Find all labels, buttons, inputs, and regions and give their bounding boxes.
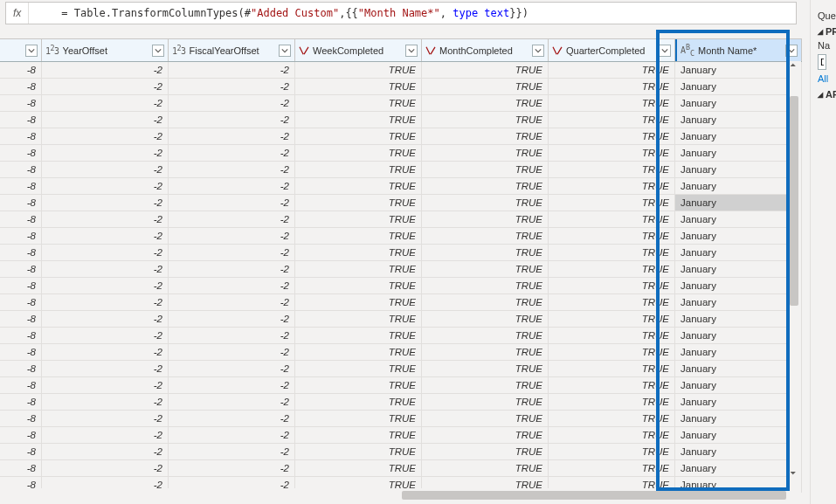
cell-month-completed[interactable]: TRUE <box>422 228 549 244</box>
cell-month-name[interactable]: January <box>675 427 802 443</box>
cell-week-completed[interactable]: TRUE <box>295 261 422 277</box>
cell-month-name[interactable]: January <box>675 328 802 343</box>
cell-week-completed[interactable]: TRUE <box>295 95 422 111</box>
header-month-completed[interactable]: MonthCompleted <box>422 39 549 61</box>
cell-month-completed[interactable]: TRUE <box>422 361 549 376</box>
cell-month-name[interactable]: January <box>675 245 802 260</box>
table-row[interactable]: -8-2-2TRUETRUETRUEJanuary <box>0 411 802 427</box>
cell-month-completed[interactable]: TRUE <box>422 261 549 277</box>
cell-quarter-completed[interactable]: TRUE <box>549 311 675 327</box>
cell-year-offset[interactable]: -2 <box>42 79 169 94</box>
cell-fiscal-year-offset[interactable]: -2 <box>169 245 295 260</box>
cell-fiscal-year-offset[interactable]: -2 <box>169 178 295 194</box>
cell-week-completed[interactable]: TRUE <box>295 427 422 443</box>
cell-month-completed[interactable]: TRUE <box>422 411 549 426</box>
cell-month-name[interactable]: January <box>675 444 802 459</box>
chevron-down-icon[interactable] <box>279 45 291 57</box>
cell-week-completed[interactable]: TRUE <box>295 195 422 211</box>
cell-quarter-completed[interactable]: TRUE <box>549 377 675 393</box>
cell-month-name[interactable]: January <box>675 162 802 177</box>
cell-year-offset[interactable]: -2 <box>42 361 169 376</box>
cell-month-completed[interactable]: TRUE <box>422 444 549 459</box>
cell-quarter-completed[interactable]: TRUE <box>549 344 675 360</box>
cell-quarter-completed[interactable]: TRUE <box>549 145 675 161</box>
table-row[interactable]: -8-2-2TRUETRUETRUEJanuary <box>0 228 802 245</box>
applied-steps-head[interactable]: ◢AP <box>818 89 836 100</box>
cell-month-completed[interactable]: TRUE <box>422 178 549 194</box>
query-name-input[interactable] <box>818 54 826 70</box>
cell-quarter-completed[interactable]: TRUE <box>549 79 675 94</box>
cell-month-completed[interactable]: TRUE <box>422 394 549 410</box>
cell-month-completed[interactable]: TRUE <box>422 294 549 310</box>
cell-fiscal-year-offset[interactable]: -2 <box>169 361 295 376</box>
cell-week-completed[interactable]: TRUE <box>295 460 422 476</box>
cell-quarter-completed[interactable]: TRUE <box>549 361 675 376</box>
vertical-scrollbar[interactable] <box>787 61 801 477</box>
cell-fiscal-year-offset[interactable]: -2 <box>169 145 295 161</box>
cell-week-completed[interactable]: TRUE <box>295 79 422 94</box>
cell-year-offset-partial[interactable]: -8 <box>0 211 42 227</box>
cell-year-offset-partial[interactable]: -8 <box>0 344 42 360</box>
header-corner[interactable] <box>0 39 42 61</box>
table-row[interactable]: -8-2-2TRUETRUETRUEJanuary <box>0 128 802 145</box>
chevron-down-icon[interactable] <box>405 45 418 57</box>
cell-quarter-completed[interactable]: TRUE <box>549 112 675 128</box>
formula-text[interactable]: = Table.TransformColumnTypes(#"Added Cus… <box>29 0 535 31</box>
cell-year-offset[interactable]: -2 <box>42 311 169 327</box>
chevron-down-icon[interactable] <box>25 45 38 57</box>
cell-fiscal-year-offset[interactable]: -2 <box>169 411 295 426</box>
cell-month-completed[interactable]: TRUE <box>422 278 549 293</box>
cell-year-offset[interactable]: -2 <box>42 411 169 426</box>
chevron-down-icon[interactable] <box>152 45 164 57</box>
table-row[interactable]: -8-2-2TRUETRUETRUEJanuary <box>0 245 802 261</box>
cell-year-offset-partial[interactable]: -8 <box>0 145 42 161</box>
table-row[interactable]: -8-2-2TRUETRUETRUEJanuary <box>0 328 802 344</box>
cell-year-offset-partial[interactable]: -8 <box>0 460 42 476</box>
horizontal-scrollbar[interactable] <box>0 488 790 502</box>
table-row[interactable]: -8-2-2TRUETRUETRUEJanuary <box>0 278 802 294</box>
cell-year-offset-partial[interactable]: -8 <box>0 361 42 376</box>
cell-year-offset[interactable]: -2 <box>42 95 169 111</box>
cell-month-completed[interactable]: TRUE <box>422 95 549 111</box>
cell-year-offset[interactable]: -2 <box>42 427 169 443</box>
cell-month-completed[interactable]: TRUE <box>422 311 549 327</box>
cell-year-offset-partial[interactable]: -8 <box>0 394 42 410</box>
cell-fiscal-year-offset[interactable]: -2 <box>169 261 295 277</box>
cell-year-offset-partial[interactable]: -8 <box>0 278 42 293</box>
cell-month-completed[interactable]: TRUE <box>422 211 549 227</box>
cell-year-offset-partial[interactable]: -8 <box>0 328 42 343</box>
table-row[interactable]: -8-2-2TRUETRUETRUEJanuary <box>0 377 802 394</box>
cell-week-completed[interactable]: TRUE <box>295 411 422 426</box>
cell-week-completed[interactable]: TRUE <box>295 344 422 360</box>
cell-week-completed[interactable]: TRUE <box>295 112 422 128</box>
cell-year-offset[interactable]: -2 <box>42 444 169 459</box>
chevron-down-icon[interactable] <box>532 45 544 57</box>
cell-fiscal-year-offset[interactable]: -2 <box>169 95 295 111</box>
cell-year-offset[interactable]: -2 <box>42 460 169 476</box>
table-row[interactable]: -8-2-2TRUETRUETRUEJanuary <box>0 427 802 444</box>
cell-fiscal-year-offset[interactable]: -2 <box>169 311 295 327</box>
cell-quarter-completed[interactable]: TRUE <box>549 278 675 293</box>
cell-month-name[interactable]: January <box>675 361 802 376</box>
cell-year-offset-partial[interactable]: -8 <box>0 377 42 393</box>
cell-month-name[interactable]: January <box>675 377 802 393</box>
cell-year-offset-partial[interactable]: -8 <box>0 261 42 277</box>
cell-year-offset-partial[interactable]: -8 <box>0 411 42 426</box>
cell-month-completed[interactable]: TRUE <box>422 328 549 343</box>
cell-quarter-completed[interactable]: TRUE <box>549 394 675 410</box>
header-quarter-completed[interactable]: QuarterCompleted <box>549 39 675 61</box>
table-row[interactable]: -8-2-2TRUETRUETRUEJanuary <box>0 361 802 377</box>
cell-quarter-completed[interactable]: TRUE <box>549 178 675 194</box>
cell-month-name[interactable]: January <box>675 195 802 211</box>
cell-year-offset[interactable]: -2 <box>42 278 169 293</box>
cell-week-completed[interactable]: TRUE <box>295 245 422 260</box>
cell-week-completed[interactable]: TRUE <box>295 228 422 244</box>
cell-year-offset[interactable]: -2 <box>42 344 169 360</box>
cell-quarter-completed[interactable]: TRUE <box>549 444 675 459</box>
table-row[interactable]: -8-2-2TRUETRUETRUEJanuary <box>0 311 802 328</box>
cell-quarter-completed[interactable]: TRUE <box>549 261 675 277</box>
cell-month-completed[interactable]: TRUE <box>422 245 549 260</box>
header-month-name[interactable]: ABC Month Name* <box>675 39 802 61</box>
table-row[interactable]: -8-2-2TRUETRUETRUEJanuary <box>0 444 802 460</box>
header-fiscal-year-offset[interactable]: 123 FiscalYearOffset <box>169 39 295 61</box>
